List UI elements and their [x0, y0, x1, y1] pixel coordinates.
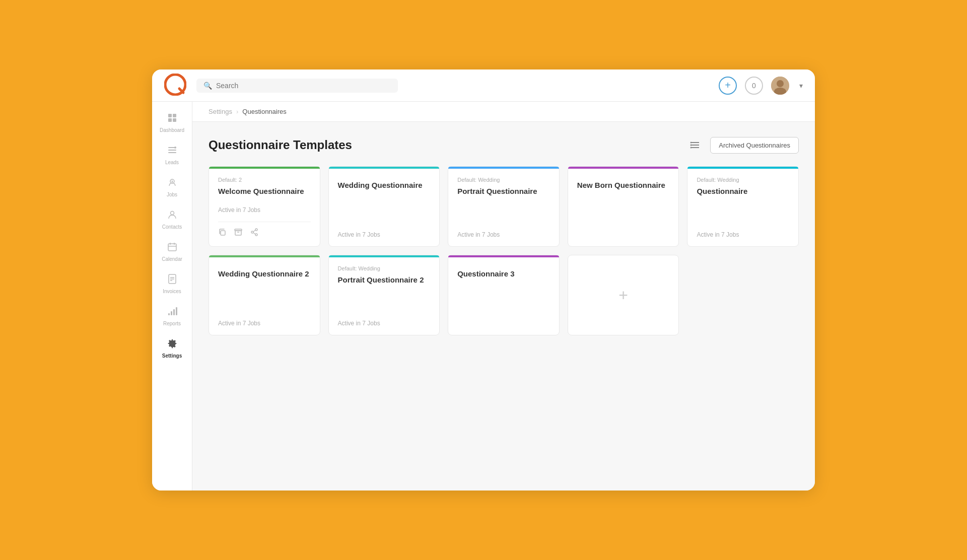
- svg-point-40: [255, 234, 257, 236]
- main-layout: Dashboard Leads: [152, 102, 815, 491]
- card-welcome-questionnaire[interactable]: Default: 2 Welcome Questionnaire Active …: [209, 166, 320, 247]
- svg-rect-6: [173, 114, 176, 117]
- breadcrumb-current: Questionnaires: [242, 108, 286, 115]
- page-title: Questionnaire Templates: [209, 138, 352, 152]
- card-subtitle: Active in 7 Jobs: [218, 320, 311, 327]
- sidebar-item-settings[interactable]: Settings: [155, 333, 190, 364]
- copy-icon[interactable]: [218, 228, 226, 238]
- archive-icon[interactable]: [234, 228, 242, 238]
- svg-rect-24: [168, 313, 170, 315]
- breadcrumb: Settings › Questionnaires: [192, 102, 815, 122]
- sidebar-label-contacts: Contacts: [162, 224, 182, 230]
- svg-point-32: [690, 142, 692, 144]
- card-title: Portrait Questionnaire 2: [338, 275, 431, 317]
- card-newborn-questionnaire[interactable]: New Born Questionnaire: [568, 166, 679, 247]
- sidebar-label-dashboard: Dashboard: [160, 127, 184, 133]
- svg-rect-5: [168, 114, 172, 117]
- card-questionnaire[interactable]: Default: Wedding Questionnaire Active in…: [687, 166, 799, 247]
- svg-point-39: [251, 231, 253, 233]
- card-wedding-questionnaire[interactable]: Wedding Questionnaire Active in 7 Jobs: [328, 166, 440, 247]
- card-title: Questionnaire 3: [457, 269, 550, 324]
- add-button[interactable]: +: [719, 77, 737, 95]
- cards-grid-row1: Default: 2 Welcome Questionnaire Active …: [209, 166, 799, 247]
- header-right: + 0 ▾: [719, 77, 803, 95]
- dashboard-icon: [167, 113, 177, 125]
- svg-rect-7: [168, 118, 172, 122]
- contacts-icon: [167, 209, 177, 222]
- card-default-label: Default: Wedding: [457, 177, 550, 183]
- sidebar-label-leads: Leads: [165, 160, 179, 165]
- archived-questionnaires-button[interactable]: Archived Questionnaires: [710, 137, 799, 154]
- card-portrait-questionnaire-2[interactable]: Default: Wedding Portrait Questionnaire …: [328, 255, 440, 335]
- breadcrumb-separator: ›: [236, 108, 238, 115]
- card-portrait-questionnaire[interactable]: Default: Wedding Portrait Questionnaire …: [448, 166, 560, 247]
- jobs-icon: [167, 177, 177, 190]
- sidebar-item-contacts[interactable]: Contacts: [155, 204, 190, 235]
- card-title: Portrait Questionnaire: [457, 187, 550, 228]
- card-subtitle: Active in 7 Jobs: [218, 206, 311, 214]
- svg-point-14: [171, 181, 173, 182]
- svg-point-33: [690, 145, 692, 146]
- card-questionnaire-3[interactable]: Questionnaire 3: [448, 255, 560, 335]
- settings-icon: [167, 338, 177, 351]
- card-title: Wedding Questionnaire: [338, 181, 431, 228]
- card-default-label: Default: Wedding: [338, 265, 431, 271]
- invoices-icon: [167, 274, 177, 287]
- svg-rect-10: [168, 150, 176, 151]
- cards-grid-row2: Wedding Questionnaire 2 Active in 7 Jobs…: [209, 255, 799, 335]
- sidebar-item-reports[interactable]: Reports: [155, 301, 190, 331]
- page-header-right: Archived Questionnaires: [686, 136, 799, 154]
- sidebar-item-jobs[interactable]: Jobs: [155, 172, 190, 202]
- sidebar: Dashboard Leads: [152, 102, 192, 491]
- leads-icon: [167, 145, 177, 158]
- sidebar-label-calendar: Calendar: [162, 256, 182, 262]
- sidebar-item-calendar[interactable]: Calendar: [155, 237, 190, 267]
- avatar[interactable]: [771, 77, 789, 95]
- sidebar-label-reports: Reports: [163, 321, 181, 326]
- reports-icon: [167, 306, 177, 319]
- sidebar-item-invoices[interactable]: Invoices: [155, 269, 190, 299]
- card-subtitle: Active in 7 Jobs: [338, 320, 431, 327]
- sidebar-item-dashboard[interactable]: Dashboard: [155, 108, 190, 138]
- header: 🔍 + 0 ▾: [152, 69, 815, 102]
- sidebar-label-jobs: Jobs: [167, 192, 177, 197]
- list-view-button[interactable]: [686, 136, 704, 154]
- svg-line-42: [253, 233, 255, 234]
- search-input[interactable]: [216, 82, 391, 90]
- card-subtitle: Active in 7 Jobs: [697, 231, 789, 238]
- svg-rect-8: [173, 118, 176, 122]
- svg-line-41: [253, 230, 255, 232]
- card-subtitle: Active in 7 Jobs: [457, 231, 550, 238]
- card-title: New Born Questionnaire: [577, 181, 670, 235]
- svg-rect-12: [174, 147, 176, 149]
- card-actions: [218, 222, 311, 238]
- svg-rect-26: [173, 309, 175, 315]
- search-bar[interactable]: 🔍: [196, 79, 398, 93]
- svg-point-3: [777, 80, 784, 87]
- svg-rect-11: [168, 152, 176, 153]
- content-inner: Questionnaire Templates: [192, 122, 815, 349]
- breadcrumb-parent[interactable]: Settings: [209, 108, 232, 115]
- svg-rect-35: [221, 231, 225, 235]
- content-area: Settings › Questionnaires Questionnaire …: [192, 102, 815, 491]
- logo: [164, 74, 196, 98]
- avatar-caret[interactable]: ▾: [799, 82, 803, 90]
- card-subtitle: Active in 7 Jobs: [338, 231, 431, 238]
- svg-rect-25: [171, 311, 172, 315]
- svg-rect-16: [168, 244, 176, 251]
- notification-button[interactable]: 0: [745, 77, 763, 95]
- sidebar-item-leads[interactable]: Leads: [155, 140, 190, 170]
- search-icon: 🔍: [203, 82, 212, 90]
- card-wedding-questionnaire-2[interactable]: Wedding Questionnaire 2 Active in 7 Jobs: [209, 255, 320, 335]
- svg-point-34: [690, 147, 692, 149]
- page-header: Questionnaire Templates: [209, 136, 799, 154]
- add-questionnaire-button[interactable]: +: [568, 255, 679, 335]
- card-default-label: Default: Wedding: [697, 177, 789, 183]
- share-icon[interactable]: [250, 228, 258, 238]
- card-title: Questionnaire: [697, 187, 789, 228]
- svg-point-15: [170, 212, 174, 215]
- card-title: Wedding Questionnaire 2: [218, 269, 311, 317]
- sidebar-label-settings: Settings: [162, 353, 182, 359]
- svg-line-1: [179, 89, 183, 93]
- card-default-label: Default: 2: [218, 177, 311, 183]
